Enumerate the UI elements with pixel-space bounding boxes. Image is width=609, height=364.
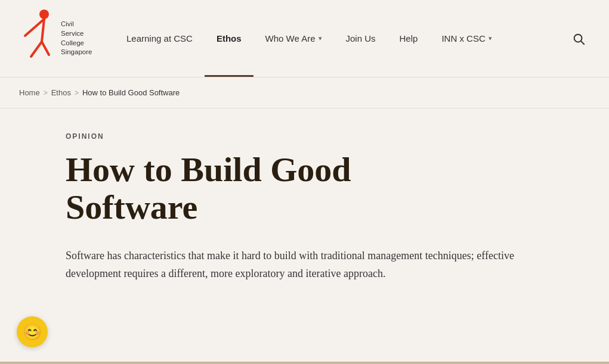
whoweare-chevron-icon: ▾ <box>319 35 322 42</box>
article-content: OPINION How to Build Good Software Softw… <box>0 108 537 307</box>
nav-item-whoweare[interactable]: Who We Are ▾ <box>254 0 334 77</box>
innxcsc-chevron-icon: ▾ <box>489 35 492 42</box>
article-category: OPINION <box>66 132 518 141</box>
svg-line-4 <box>42 42 49 55</box>
nav-item-learning[interactable]: Learning at CSC <box>115 0 205 77</box>
svg-line-6 <box>581 41 584 44</box>
svg-line-1 <box>25 19 44 36</box>
site-logo[interactable]: Civil Service College Singapore <box>19 6 103 71</box>
bottom-border <box>0 362 609 364</box>
logo-icon <box>19 6 55 71</box>
site-header: Civil Service College Singapore Learning… <box>0 0 609 77</box>
breadcrumb-sep-2: > <box>75 89 79 97</box>
svg-line-2 <box>42 19 44 42</box>
nav-item-ethos[interactable]: Ethos <box>205 0 254 77</box>
breadcrumb-ethos[interactable]: Ethos <box>51 88 71 97</box>
svg-line-3 <box>31 42 42 57</box>
breadcrumb-current: How to Build Good Software <box>82 88 180 97</box>
nav-item-joinus[interactable]: Join Us <box>334 0 388 77</box>
logo-text: Civil Service College Singapore <box>61 20 92 57</box>
article-title: How to Build Good Software <box>66 151 513 226</box>
nav-item-help[interactable]: Help <box>388 0 430 77</box>
search-icon <box>572 32 585 45</box>
breadcrumb: Home > Ethos > How to Build Good Softwar… <box>0 77 609 108</box>
breadcrumb-home[interactable]: Home <box>19 88 40 97</box>
feedback-icon: 😊 <box>23 323 42 341</box>
nav-item-innxcsc[interactable]: INN x CSC ▾ <box>429 0 503 77</box>
article-summary: Software has characteristics that make i… <box>66 247 518 282</box>
feedback-button[interactable]: 😊 <box>17 316 48 347</box>
search-button[interactable] <box>567 27 590 50</box>
breadcrumb-sep-1: > <box>44 89 48 97</box>
svg-point-0 <box>39 10 49 19</box>
main-nav: Learning at CSC Ethos Who We Are ▾ Join … <box>115 0 504 77</box>
